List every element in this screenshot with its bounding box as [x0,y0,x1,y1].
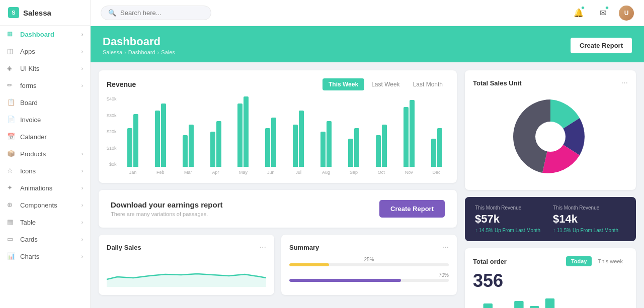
sidebar-item-products[interactable]: 📦 Products › [0,145,90,162]
create-report-button[interactable]: Create Report [571,38,632,53]
mail-icon[interactable]: ✉ [595,5,611,21]
daily-sales-title: Daily Sales [107,244,141,251]
nav-left-apps: ◫ Apps [7,47,35,55]
calander-icon: 📅 [7,133,15,141]
summary-menu[interactable]: ··· [442,243,449,252]
nav-label-components: Components [20,201,57,209]
sidebar-item-dashboard[interactable]: ⊞ Dashboard › [0,26,90,43]
search-box[interactable]: 🔍 [101,6,211,20]
bar-9-1 [382,125,387,167]
order-tab-this-week[interactable]: This week [593,256,628,266]
breadcrumb-dashboard[interactable]: Dashboard [128,49,155,55]
sidebar-item-animations[interactable]: ✦ Animations › [0,179,90,196]
svg-rect-3 [530,306,539,308]
progress-fill-2 [289,279,401,282]
sidebar-item-icons[interactable]: ☆ Icons › [0,162,90,179]
sidebar-item-charts[interactable]: 📊 Charts › [0,248,90,265]
bar-group-3 [203,121,228,167]
sidebar-item-forms[interactable]: ✏ forms › [0,77,90,94]
tab-last-month[interactable]: Last Month [407,78,449,90]
bar-7-1 [327,121,332,167]
sidebar-item-apps[interactable]: ◫ Apps › [0,43,90,60]
summary-item-2: 70% [289,272,449,282]
earnings-create-report-button[interactable]: Create Report [379,200,445,218]
summary-item-1: 25% [289,257,449,266]
x-label-Jul: Jul [286,170,311,175]
donut-container [473,91,628,182]
nav-left-cards: ▭ Cards [7,235,38,243]
sidebar-item-table[interactable]: ▦ Table › [0,214,90,231]
board-icon: 📋 [7,98,15,107]
components-icon: ⊕ [7,201,15,209]
daily-sales-menu[interactable]: ··· [260,243,266,252]
x-label-Mar: Mar [176,170,200,175]
nav-label-invoice: Invoice [20,116,41,124]
donut-header: Total Sales Unit ··· [473,78,628,87]
nav-label-apps: Apps [20,48,35,55]
avatar[interactable]: U [619,6,634,21]
bar-10-1 [410,100,415,167]
x-label-Oct: Oct [369,170,393,175]
progress-bar-1 [289,263,449,266]
nav-left-forms: ✏ forms [7,81,37,89]
breadcrumb-salessa[interactable]: Salessa [103,49,122,55]
bar-group-10 [396,100,421,167]
nav-left-animations: ✦ Animations [7,184,52,192]
nav-left-charts: 📊 Charts [7,252,39,260]
summary-header: Summary ··· [289,243,449,252]
summary-items: 25% 70% [289,257,449,282]
chevron-forms: › [82,83,83,88]
breadcrumb-sales[interactable]: Sales [161,49,175,55]
tab-last-week[interactable]: Last Week [365,78,406,90]
chevron-animations: › [82,185,83,191]
sidebar-item-uikits[interactable]: ◈ UI Kits › [0,60,90,77]
tab-this-week[interactable]: This Week [323,78,364,90]
x-label-Sep: Sep [342,170,366,175]
nav-label-calander: Calander [20,133,47,141]
order-tabs: Today This week [566,256,628,266]
chevron-charts: › [82,254,83,259]
notification-badge [581,6,585,10]
notification-icon[interactable]: 🔔 [571,5,587,21]
order-title: Total order [473,258,507,265]
order-number: 356 [473,270,628,291]
logo: S Salessa [0,0,90,26]
nav-label-forms: forms [20,82,37,89]
search-input[interactable] [120,9,201,17]
sidebar-item-board[interactable]: 📋 Board [0,94,90,111]
sidebar-item-invoice[interactable]: 📄 Invoice [0,111,90,128]
nav-left-products: 📦 Products [7,150,46,158]
nav-label-board: Board [20,99,38,107]
chevron-components: › [82,202,83,208]
bar-group-4 [231,96,256,167]
nav-left-table: ▦ Table [7,218,36,226]
sidebar-item-components[interactable]: ⊕ Components › [0,196,90,214]
sidebar-item-calander[interactable]: 📅 Calander [0,128,90,145]
x-label-Jan: Jan [121,170,145,175]
nav-label-dashboard: Dashboard [20,31,54,38]
uikits-icon: ◈ [7,64,15,72]
svg-rect-4 [545,298,554,308]
chevron-icons: › [82,168,83,174]
x-label-Nov: Nov [396,170,421,175]
logo-icon: S [8,7,19,18]
chart-container: $40k $30k $20k $10k $0k JanFebMarAprMayJ… [107,96,449,175]
stat-right-label: This Month Revenue [553,205,626,211]
nav-label-uikits: UI Kits [20,65,39,72]
bottom-cards: Daily Sales ··· [99,235,457,295]
cards-icon: ▭ [7,235,15,243]
bar-group-5 [259,118,283,167]
nav-label-icons: Icons [20,167,36,175]
chevron-uikits: › [82,66,83,71]
topbar-right: 🔔 ✉ U [571,5,634,21]
svg-rect-0 [484,303,493,308]
donut-menu[interactable]: ··· [621,78,628,87]
search-icon: 🔍 [108,9,116,17]
bar-group-7 [314,121,339,167]
app-name: Salessa [23,9,51,17]
order-tab-today[interactable]: Today [566,256,592,266]
x-label-Feb: Feb [148,170,173,175]
mail-badge [605,6,609,10]
sidebar-item-cards[interactable]: ▭ Cards › [0,231,90,248]
nav-left-board: 📋 Board [7,98,38,107]
